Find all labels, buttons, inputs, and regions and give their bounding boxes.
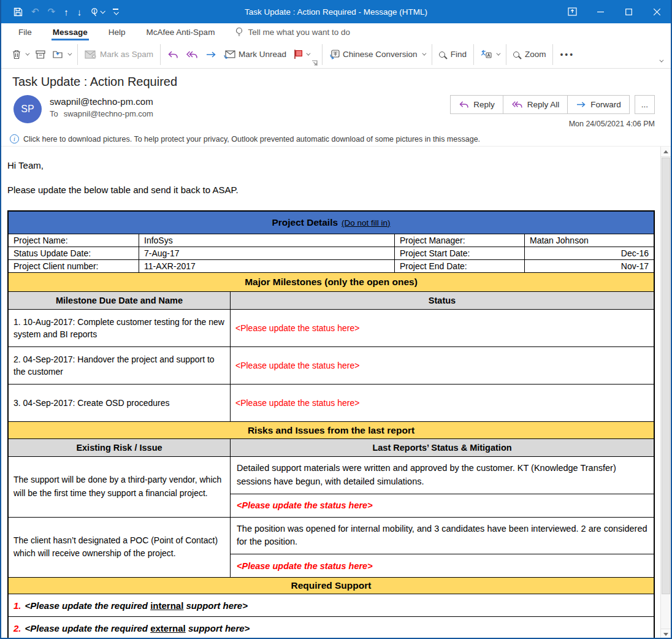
- message-header: Task Update : Action Required SP swapnil…: [1, 69, 671, 146]
- chevron-down-icon: [101, 9, 105, 13]
- chevron-down-icon: [306, 52, 310, 56]
- status-placeholder: <Please update the status here>: [231, 310, 654, 346]
- zoom-button[interactable]: Zoom: [510, 45, 550, 63]
- field-label: Status Update Date:: [9, 247, 139, 259]
- redo-icon[interactable]: ↷: [48, 6, 56, 17]
- vertical-scrollbar[interactable]: [660, 147, 671, 639]
- table-row: Status Update Date: 7-Aug-17 Project Sta…: [9, 247, 654, 260]
- to-label: To: [50, 109, 58, 118]
- table-row: Project Client number: 11-AXR-2017 Proje…: [9, 260, 654, 273]
- translate-button[interactable]: [477, 45, 503, 63]
- scroll-up-icon: [663, 150, 668, 153]
- status-placeholder: <Please update the status here>: [231, 554, 654, 577]
- archive-button[interactable]: [32, 46, 49, 63]
- reply-all-button-ribbon[interactable]: [182, 46, 202, 63]
- risk-description: The support will be done by a third-part…: [9, 457, 231, 517]
- quick-access-toolbar: ↶ ↷ ↑ ↓: [1, 6, 118, 17]
- field-value: Matan Johnson: [525, 234, 654, 247]
- risks-section-header: Risks and Issues from the last report: [9, 422, 654, 439]
- reply-all-button[interactable]: Reply All: [503, 95, 568, 114]
- move-to-folder-button[interactable]: [49, 45, 74, 63]
- ribbon-display-options-icon[interactable]: [558, 0, 586, 23]
- unread-envelope-icon: [224, 50, 235, 59]
- milestone-name: 2. 04-Sep-2017: Handover the project and…: [9, 347, 231, 384]
- field-label: Project Start Date:: [395, 247, 525, 259]
- info-icon: i: [10, 134, 19, 143]
- scroll-down-button[interactable]: [661, 629, 671, 639]
- column-header: Last Reports’ Status & Mitigation: [231, 439, 654, 456]
- field-label: Project Name:: [9, 234, 139, 247]
- chevron-down-icon: [496, 52, 500, 56]
- to-recipient[interactable]: swapnil@techno-pm.com: [64, 109, 153, 118]
- mark-unread-label: Mark Unread: [239, 50, 286, 59]
- ribbon-separator: [322, 44, 323, 65]
- move-up-icon[interactable]: ↑: [64, 7, 69, 17]
- field-value: 7-Aug-17: [139, 247, 395, 259]
- forward-button[interactable]: Forward: [567, 95, 630, 114]
- maximize-button[interactable]: [614, 0, 643, 23]
- tell-me-box[interactable]: Tell me what you want to do: [235, 23, 350, 40]
- tab-message[interactable]: Message: [53, 23, 88, 40]
- risk-status: The position was opened for internal mob…: [231, 518, 654, 555]
- status-placeholder: <Please update the status here>: [231, 494, 654, 517]
- column-header: Existing Risk / Issue: [9, 439, 231, 456]
- reply-button-ribbon[interactable]: [164, 46, 182, 63]
- reply-label: Reply: [473, 100, 495, 109]
- outlook-message-window: ↶ ↷ ↑ ↓ Task Update : Action Required - …: [0, 0, 672, 639]
- chinese-conversion-label: Chinese Conversion: [343, 50, 418, 59]
- save-icon[interactable]: [13, 7, 23, 17]
- avatar[interactable]: SP: [13, 95, 42, 123]
- search-icon: [439, 52, 445, 58]
- risk-status: Detailed support materials were written …: [231, 457, 654, 494]
- trash-icon: [12, 50, 21, 59]
- more-commands-button[interactable]: •••: [556, 45, 578, 64]
- scroll-up-button[interactable]: [661, 147, 671, 157]
- intro-text: Please update the below table and send i…: [7, 185, 650, 195]
- reply-all-label: Reply All: [527, 100, 560, 109]
- follow-up-flag-button[interactable]: [290, 45, 313, 63]
- lightbulb-icon: [235, 27, 243, 37]
- tab-help[interactable]: Help: [109, 23, 126, 40]
- reading-pane: Hi Team, Please update the below table a…: [1, 146, 671, 639]
- chevron-down-icon: [67, 52, 72, 56]
- tab-mcafee-anti-spam[interactable]: McAfee Anti-Spam: [147, 23, 215, 40]
- close-button[interactable]: [643, 0, 671, 23]
- collapse-ribbon-icon[interactable]: [658, 55, 662, 64]
- table-row: 2. <Please update the required external …: [9, 617, 654, 639]
- table-row: The support will be done by a third-part…: [9, 457, 654, 518]
- download-pictures-infobar[interactable]: i Click here to download pictures. To he…: [1, 128, 671, 143]
- table-row: 1. 10-Aug-2017: Complete customer testin…: [9, 310, 654, 347]
- touch-mode-icon[interactable]: [90, 7, 104, 17]
- undo-icon[interactable]: ↶: [31, 6, 39, 17]
- delete-button[interactable]: [9, 45, 32, 64]
- reply-button[interactable]: Reply: [450, 95, 503, 114]
- support-item-number: 1.: [13, 600, 21, 611]
- message-timestamp: Mon 24/05/2021 4:06 PM: [450, 120, 655, 128]
- zoom-icon: [513, 52, 519, 58]
- status-report-table: Project Details (Do not fill in) Project…: [7, 210, 655, 639]
- ribbon-separator: [473, 44, 474, 65]
- milestone-name: 3. 04-Sep-2017: Create OSD procedures: [9, 385, 231, 421]
- forward-button-ribbon[interactable]: [202, 46, 220, 63]
- minimize-button[interactable]: [586, 0, 614, 23]
- ribbon-separator: [432, 44, 432, 65]
- chinese-conversion-icon: [329, 50, 340, 59]
- mark-unread-button[interactable]: Mark Unread: [220, 45, 290, 63]
- tab-file[interactable]: File: [18, 23, 32, 40]
- move-down-icon[interactable]: ↓: [77, 7, 82, 17]
- chevron-down-icon: [25, 52, 29, 56]
- status-placeholder: <Please update the status here>: [231, 385, 654, 421]
- sender-email[interactable]: swapnil@techno-pm.com: [50, 96, 153, 107]
- greeting-text: Hi Team,: [7, 160, 650, 170]
- field-value: 11-AXR-2017: [139, 260, 395, 272]
- customize-qat-icon[interactable]: [113, 9, 118, 15]
- dialog-launcher-icon[interactable]: [311, 60, 318, 66]
- table-row: Project Name: InfoSys Project Manager: M…: [9, 234, 654, 247]
- chinese-conversion-button[interactable]: Chinese Conversion: [326, 45, 429, 64]
- more-actions-button[interactable]: ...: [635, 95, 655, 114]
- forward-label: Forward: [590, 100, 621, 109]
- tell-me-label: Tell me what you want to do: [248, 28, 350, 37]
- find-button[interactable]: Find: [435, 45, 470, 63]
- field-label: Project Manager:: [395, 234, 525, 247]
- scrollbar-thumb[interactable]: [662, 158, 670, 594]
